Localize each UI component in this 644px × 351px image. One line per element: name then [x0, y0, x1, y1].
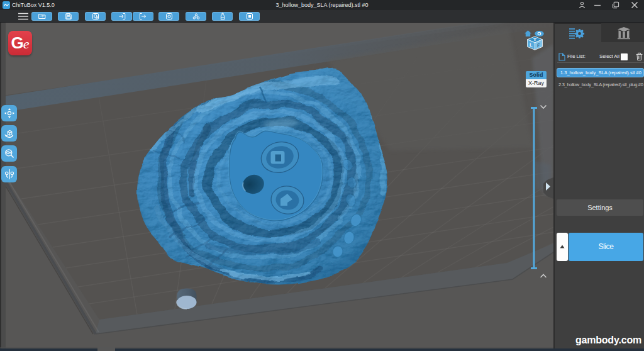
svg-text:F: F	[537, 42, 540, 49]
svg-text:T: T	[533, 38, 537, 42]
svg-text:L: L	[530, 42, 533, 49]
